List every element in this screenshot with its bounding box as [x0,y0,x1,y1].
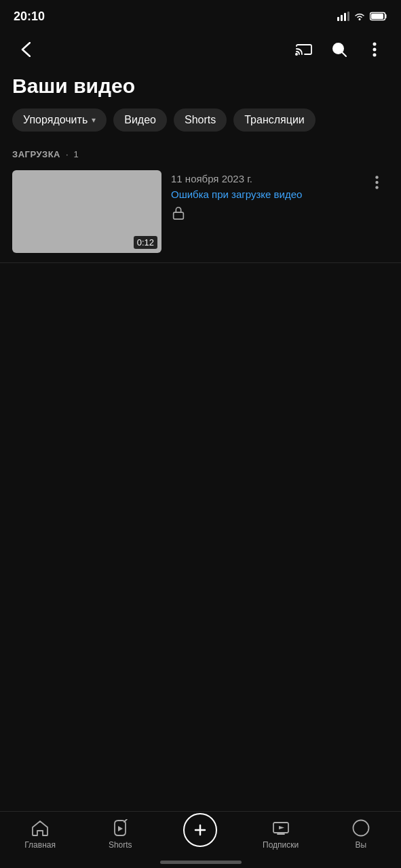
lock-icon [171,205,186,220]
home-icon [31,818,50,837]
svg-line-9 [342,52,346,56]
filter-tab-sort-label: Упорядочить [23,114,88,126]
svg-rect-13 [174,212,184,219]
bottom-nav: Главная Shorts [0,811,401,868]
filter-tab-sort[interactable]: Упорядочить ▾ [12,108,107,132]
filter-tab-shorts-label: Shorts [185,114,216,126]
nav-item-shorts-label: Shorts [109,840,132,850]
status-time: 20:10 [14,9,45,24]
signal-icon [337,12,349,21]
svg-rect-1 [341,15,343,21]
section-dot: · [66,149,69,159]
svg-point-16 [375,186,378,189]
add-icon [183,813,217,847]
svg-point-21 [353,821,368,836]
filter-tabs: Упорядочить ▾ Видео Shorts Трансляции [0,108,401,142]
you-icon [351,818,370,837]
video-thumbnail[interactable]: 0:12 [12,170,161,253]
nav-right [290,35,389,64]
search-button[interactable] [325,35,354,64]
nav-item-home[interactable]: Главная [13,818,67,850]
section-title: ЗАГРУЗКА [12,149,60,159]
section-header: ЗАГРУЗКА · 1 [0,142,401,166]
nav-item-home-label: Главная [24,840,56,850]
svg-rect-0 [337,17,339,21]
nav-left [12,36,39,63]
svg-point-11 [373,48,377,52]
home-indicator [160,861,242,864]
shorts-icon [111,818,130,837]
page-title: Ваши видео [0,69,401,108]
svg-rect-3 [347,12,349,21]
nav-item-you-label: Вы [356,840,367,850]
nav-item-shorts[interactable]: Shorts [93,818,147,850]
battery-icon [370,12,387,21]
nav-item-add[interactable] [173,818,227,850]
video-info: 11 ноября 2023 г. Ошибка при загрузке ви… [171,170,389,223]
nav-item-subscriptions[interactable]: Подписки [254,818,308,850]
filter-tab-video-label: Видео [124,114,156,126]
nav-item-subscriptions-label: Подписки [263,840,299,850]
status-bar: 20:10 [0,0,401,30]
filter-tab-streams-label: Трансляции [244,114,305,126]
cast-button[interactable] [290,35,318,64]
video-error[interactable]: Ошибка при загрузке видео [171,189,389,200]
section-count: 1 [74,149,79,159]
svg-point-10 [373,43,377,46]
divider [0,262,401,263]
video-item: 0:12 11 ноября 2023 г. Ошибка при загруз… [0,166,401,262]
filter-tab-shorts[interactable]: Shorts [174,108,227,132]
filter-tab-video[interactable]: Видео [113,108,167,132]
video-date: 11 ноября 2023 г. [171,173,389,184]
svg-point-7 [295,53,298,56]
svg-point-4 [359,18,361,20]
status-icons [337,12,387,21]
more-options-button[interactable] [360,35,389,64]
nav-item-you[interactable]: Вы [334,818,388,850]
svg-point-12 [373,54,377,57]
wifi-icon [354,12,366,21]
svg-point-15 [375,181,378,184]
subscriptions-icon [271,818,290,837]
svg-point-14 [375,176,378,178]
filter-tab-streams[interactable]: Трансляции [233,108,316,132]
top-nav [0,30,401,69]
video-more-button[interactable] [364,170,389,195]
video-duration: 0:12 [134,236,157,249]
svg-rect-2 [344,13,346,21]
chevron-down-icon: ▾ [92,115,96,125]
svg-rect-6 [371,14,383,19]
back-button[interactable] [12,36,39,63]
